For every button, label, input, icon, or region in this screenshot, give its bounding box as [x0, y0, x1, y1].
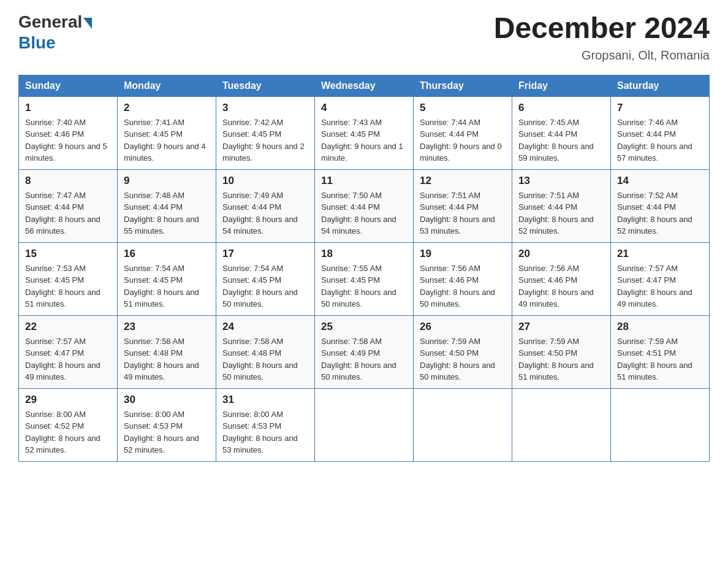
day-number: 18 [321, 248, 407, 260]
day-info: Sunrise: 7:56 AMSunset: 4:46 PMDaylight:… [420, 262, 506, 310]
day-info: Sunrise: 8:00 AMSunset: 4:53 PMDaylight:… [124, 408, 210, 456]
calendar-cell: 14Sunrise: 7:52 AMSunset: 4:44 PMDayligh… [611, 169, 710, 242]
day-info: Sunrise: 7:41 AMSunset: 4:45 PMDaylight:… [124, 117, 210, 164]
calendar-cell: 1Sunrise: 7:40 AMSunset: 4:46 PMDaylight… [19, 96, 118, 169]
day-info: Sunrise: 7:46 AMSunset: 4:44 PMDaylight:… [617, 117, 703, 164]
day-info: Sunrise: 7:54 AMSunset: 4:45 PMDaylight:… [222, 262, 308, 310]
calendar-cell: 6Sunrise: 7:45 AMSunset: 4:44 PMDaylight… [512, 96, 611, 169]
day-info: Sunrise: 7:54 AMSunset: 4:45 PMDaylight:… [124, 262, 210, 310]
calendar-cell: 11Sunrise: 7:50 AMSunset: 4:44 PMDayligh… [315, 169, 414, 242]
day-number: 13 [518, 175, 604, 187]
day-info: Sunrise: 7:42 AMSunset: 4:45 PMDaylight:… [222, 117, 308, 164]
day-info: Sunrise: 7:58 AMSunset: 4:48 PMDaylight:… [222, 335, 308, 383]
day-number: 20 [518, 248, 604, 260]
day-number: 6 [518, 102, 604, 114]
page-header: General Blue December 2024 Gropsani, Olt… [18, 12, 710, 63]
day-number: 22 [25, 321, 111, 333]
day-info: Sunrise: 7:53 AMSunset: 4:45 PMDaylight:… [25, 262, 111, 310]
day-number: 30 [124, 394, 210, 406]
weekday-header-thursday: Thursday [414, 75, 512, 96]
calendar-cell: 17Sunrise: 7:54 AMSunset: 4:45 PMDayligh… [216, 242, 315, 315]
day-info: Sunrise: 7:50 AMSunset: 4:44 PMDaylight:… [321, 190, 407, 237]
day-info: Sunrise: 7:44 AMSunset: 4:44 PMDaylight:… [420, 117, 506, 164]
calendar-cell: 18Sunrise: 7:55 AMSunset: 4:45 PMDayligh… [315, 242, 414, 315]
day-info: Sunrise: 7:59 AMSunset: 4:50 PMDaylight:… [518, 335, 604, 383]
day-number: 3 [222, 102, 308, 114]
location-subtitle: Gropsani, Olt, Romania [494, 48, 710, 63]
calendar-cell: 16Sunrise: 7:54 AMSunset: 4:45 PMDayligh… [118, 242, 216, 315]
day-number: 24 [222, 321, 308, 333]
day-info: Sunrise: 7:48 AMSunset: 4:44 PMDaylight:… [124, 190, 210, 237]
weekday-header-sunday: Sunday [19, 75, 118, 96]
day-info: Sunrise: 7:45 AMSunset: 4:44 PMDaylight:… [518, 117, 604, 164]
weekday-header-wednesday: Wednesday [315, 75, 414, 96]
day-number: 4 [321, 102, 407, 114]
day-info: Sunrise: 7:57 AMSunset: 4:47 PMDaylight:… [617, 262, 703, 310]
calendar-cell [315, 388, 414, 461]
calendar-week-3: 15Sunrise: 7:53 AMSunset: 4:45 PMDayligh… [19, 242, 710, 315]
day-number: 11 [321, 175, 407, 187]
day-info: Sunrise: 7:51 AMSunset: 4:44 PMDaylight:… [518, 190, 604, 237]
day-number: 5 [420, 102, 506, 114]
day-number: 10 [222, 175, 308, 187]
day-number: 21 [617, 248, 703, 260]
day-number: 25 [321, 321, 407, 333]
day-number: 17 [222, 248, 308, 260]
day-info: Sunrise: 7:58 AMSunset: 4:48 PMDaylight:… [124, 335, 210, 383]
day-info: Sunrise: 7:57 AMSunset: 4:47 PMDaylight:… [25, 335, 111, 383]
calendar-week-1: 1Sunrise: 7:40 AMSunset: 4:46 PMDaylight… [19, 96, 710, 169]
calendar-cell [611, 388, 710, 461]
calendar-cell: 26Sunrise: 7:59 AMSunset: 4:50 PMDayligh… [414, 315, 512, 388]
calendar-cell: 20Sunrise: 7:56 AMSunset: 4:46 PMDayligh… [512, 242, 611, 315]
calendar-cell: 23Sunrise: 7:58 AMSunset: 4:48 PMDayligh… [118, 315, 216, 388]
calendar-cell: 24Sunrise: 7:58 AMSunset: 4:48 PMDayligh… [216, 315, 315, 388]
calendar-cell: 2Sunrise: 7:41 AMSunset: 4:45 PMDaylight… [118, 96, 216, 169]
day-number: 14 [617, 175, 703, 187]
calendar-cell: 21Sunrise: 7:57 AMSunset: 4:47 PMDayligh… [611, 242, 710, 315]
day-info: Sunrise: 7:51 AMSunset: 4:44 PMDaylight:… [420, 190, 506, 237]
calendar-cell: 12Sunrise: 7:51 AMSunset: 4:44 PMDayligh… [414, 169, 512, 242]
day-info: Sunrise: 7:47 AMSunset: 4:44 PMDaylight:… [25, 190, 111, 237]
calendar-table: SundayMondayTuesdayWednesdayThursdayFrid… [18, 75, 710, 462]
logo: General Blue [18, 12, 92, 53]
logo-arrow-icon [83, 18, 92, 29]
day-number: 28 [617, 321, 703, 333]
day-number: 26 [420, 321, 506, 333]
day-info: Sunrise: 7:49 AMSunset: 4:44 PMDaylight:… [222, 190, 308, 237]
calendar-cell: 22Sunrise: 7:57 AMSunset: 4:47 PMDayligh… [19, 315, 118, 388]
calendar-cell: 5Sunrise: 7:44 AMSunset: 4:44 PMDaylight… [414, 96, 512, 169]
calendar-cell: 9Sunrise: 7:48 AMSunset: 4:44 PMDaylight… [118, 169, 216, 242]
calendar-week-4: 22Sunrise: 7:57 AMSunset: 4:47 PMDayligh… [19, 315, 710, 388]
day-number: 29 [25, 394, 111, 406]
calendar-cell: 29Sunrise: 8:00 AMSunset: 4:52 PMDayligh… [19, 388, 118, 461]
calendar-cell: 28Sunrise: 7:59 AMSunset: 4:51 PMDayligh… [611, 315, 710, 388]
day-info: Sunrise: 7:59 AMSunset: 4:50 PMDaylight:… [420, 335, 506, 383]
day-number: 23 [124, 321, 210, 333]
logo-blue-text: Blue [18, 33, 56, 53]
day-number: 7 [617, 102, 703, 114]
day-number: 27 [518, 321, 604, 333]
day-info: Sunrise: 7:56 AMSunset: 4:46 PMDaylight:… [518, 262, 604, 310]
calendar-cell: 31Sunrise: 8:00 AMSunset: 4:53 PMDayligh… [216, 388, 315, 461]
weekday-header-saturday: Saturday [611, 75, 710, 96]
title-section: December 2024 Gropsani, Olt, Romania [494, 12, 710, 63]
day-number: 2 [124, 102, 210, 114]
month-title: December 2024 [494, 12, 710, 45]
day-number: 31 [222, 394, 308, 406]
day-info: Sunrise: 7:52 AMSunset: 4:44 PMDaylight:… [617, 190, 703, 237]
calendar-cell [512, 388, 611, 461]
day-number: 9 [124, 175, 210, 187]
calendar-cell: 10Sunrise: 7:49 AMSunset: 4:44 PMDayligh… [216, 169, 315, 242]
day-info: Sunrise: 8:00 AMSunset: 4:52 PMDaylight:… [25, 408, 111, 456]
day-number: 19 [420, 248, 506, 260]
weekday-header-monday: Monday [118, 75, 216, 96]
day-info: Sunrise: 7:58 AMSunset: 4:49 PMDaylight:… [321, 335, 407, 383]
day-number: 15 [25, 248, 111, 260]
day-info: Sunrise: 8:00 AMSunset: 4:53 PMDaylight:… [222, 408, 308, 456]
day-info: Sunrise: 7:59 AMSunset: 4:51 PMDaylight:… [617, 335, 703, 383]
calendar-cell: 27Sunrise: 7:59 AMSunset: 4:50 PMDayligh… [512, 315, 611, 388]
day-info: Sunrise: 7:55 AMSunset: 4:45 PMDaylight:… [321, 262, 407, 310]
calendar-cell: 25Sunrise: 7:58 AMSunset: 4:49 PMDayligh… [315, 315, 414, 388]
calendar-header-row: SundayMondayTuesdayWednesdayThursdayFrid… [19, 75, 710, 96]
day-number: 12 [420, 175, 506, 187]
